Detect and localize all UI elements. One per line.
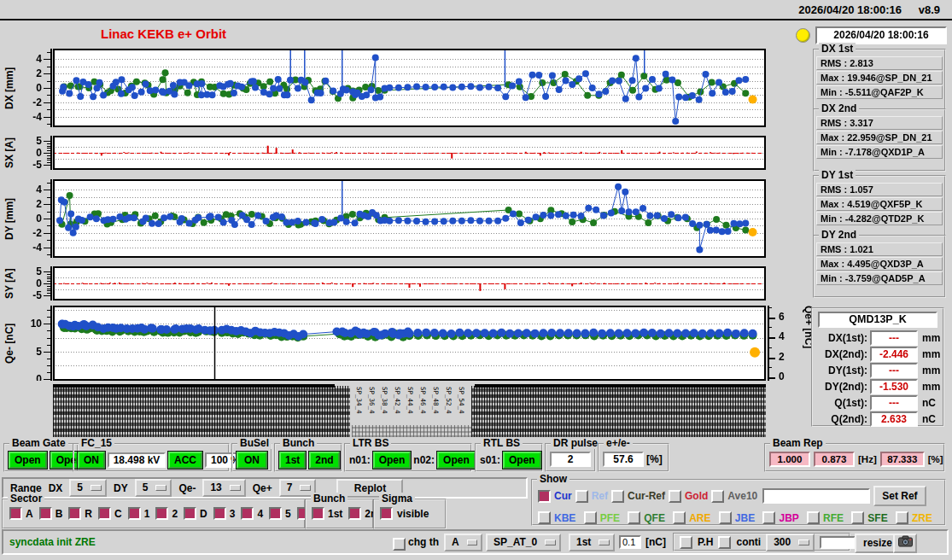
count-dropdown[interactable]: 300: [766, 534, 815, 551]
show-qfe-checkbox[interactable]: [628, 511, 640, 524]
show-sfe-item: SFE: [851, 511, 887, 524]
show-sfe-checkbox[interactable]: [851, 511, 864, 524]
sector-checkbox-3[interactable]: [213, 507, 226, 520]
fc15-acc-button[interactable]: ACC: [168, 452, 202, 469]
group-title: Show: [537, 473, 569, 485]
qmd-label: DX(1st):: [816, 332, 867, 344]
sector-label: B: [55, 508, 63, 520]
show-rfe-label: RFE: [823, 512, 844, 524]
ltr-n02-open-button[interactable]: Open: [437, 452, 476, 469]
sector-select-dropdown[interactable]: A: [444, 534, 482, 551]
show-jbe-label: JBE: [735, 512, 755, 524]
beam-rep-pct-unit: [%]: [928, 454, 943, 464]
sector-checkbox-r[interactable]: [68, 507, 81, 520]
bunch-2nd-button[interactable]: 2nd: [309, 452, 339, 469]
dx-axis-label: DX [mm]: [2, 49, 17, 127]
status-bar: syncdata init ZRE chg th A SP_AT_0 1st […: [2, 529, 949, 555]
busel-on-button[interactable]: ON: [237, 452, 267, 469]
show-cur-checkbox[interactable]: [538, 490, 551, 503]
show-zre-checkbox[interactable]: [896, 511, 908, 524]
range-dx-label: DX: [49, 482, 63, 494]
group-title: FC_15: [79, 437, 114, 449]
show-rfe-checkbox[interactable]: [807, 511, 820, 524]
fc15-on-button[interactable]: ON: [78, 452, 105, 469]
sigma-group: Sigma visible: [373, 499, 447, 529]
conti-label: conti: [736, 536, 761, 548]
show-pfe-checkbox[interactable]: [584, 511, 597, 524]
bunch-2nd-checkbox[interactable]: [348, 507, 361, 520]
fc15-kv-readout: 18.498 kV: [108, 452, 166, 468]
group-title: RTL BS: [481, 437, 523, 449]
show-are-checkbox[interactable]: [673, 511, 686, 524]
qmd-value: ---: [870, 395, 918, 411]
show-kbe-checkbox[interactable]: [538, 511, 551, 524]
eplus-eminus-group: e+/e- 57.6 [%]: [598, 443, 669, 472]
show-are-label: ARE: [689, 512, 710, 524]
sector-checkbox-4[interactable]: [241, 507, 254, 520]
qmd-row: DX(2nd): -2.446 mm: [813, 346, 943, 362]
dy-orbit-plot: [17, 179, 768, 258]
bunch-select-group: Bunch 1st 2nd: [305, 499, 374, 529]
rms-stat: RMS : 1.057: [816, 183, 943, 196]
screenshot-button[interactable]: [893, 534, 917, 553]
beam-gate-open-button-1[interactable]: Open: [9, 452, 47, 469]
sector-checkbox-2[interactable]: [155, 507, 168, 520]
sector-item: A: [9, 507, 33, 520]
range-qep-label: Qe+: [253, 482, 272, 494]
rtl-s01-open-button[interactable]: Open: [503, 452, 541, 469]
sector-checkbox-b[interactable]: [39, 507, 52, 520]
group-title: DX 2nd: [819, 102, 859, 114]
bunch-1st-checkbox[interactable]: [312, 507, 324, 520]
rms-stat: RMS : 2.813: [816, 56, 943, 70]
timestamp-box: 2026/04/20 18:00:16: [815, 26, 947, 44]
bpm-select-dropdown[interactable]: SP_AT_0: [486, 534, 561, 551]
heartbeat-indicator[interactable]: [796, 28, 810, 43]
sector-checkbox-a[interactable]: [9, 507, 22, 520]
ph-checkbox[interactable]: [680, 536, 692, 549]
show-jbp-checkbox[interactable]: [762, 511, 775, 524]
threshold-input[interactable]: [619, 535, 641, 549]
conti-checkbox[interactable]: [718, 536, 731, 549]
dx-2nd-stats-group: DX 2nd RMS : 3.317 Max : 22.959@SP_DN_21…: [813, 108, 946, 172]
group-title: Beam Gate: [9, 437, 68, 449]
ltr-n01-label: n01:: [349, 454, 371, 466]
show-cur-ref-checkbox[interactable]: [611, 490, 624, 503]
sector-item: 3: [213, 507, 236, 520]
show-jbp-item: JBP: [762, 511, 798, 524]
sector-checkbox-c[interactable]: [98, 507, 111, 520]
show-ref-checkbox[interactable]: [575, 490, 588, 503]
sigma-visible-checkbox[interactable]: [380, 507, 393, 520]
bunch-select-dropdown[interactable]: 1st: [569, 534, 615, 551]
set-ref-button[interactable]: Set Ref: [873, 486, 926, 506]
range-dy-dropdown[interactable]: 5: [135, 479, 172, 497]
sector-checkbox-1[interactable]: [128, 507, 141, 520]
ref-name-input[interactable]: [762, 488, 870, 504]
sx-steering-plot: [17, 136, 768, 170]
chg-th-checkbox[interactable]: [393, 538, 406, 551]
range-dx-dropdown[interactable]: 5: [69, 479, 107, 497]
chg-th-label: chg th: [408, 536, 439, 548]
show-jbe-checkbox[interactable]: [719, 511, 732, 524]
sy-steering-plot: [17, 266, 768, 300]
show-ave10-checkbox[interactable]: [711, 490, 724, 503]
sector-checkbox-d[interactable]: [184, 507, 196, 520]
sy-axis-label: SY [A]: [2, 266, 17, 300]
ltr-n01-open-button[interactable]: Open: [373, 452, 412, 469]
group-title: LTR BS: [350, 437, 391, 449]
range-qem-dropdown[interactable]: 13: [202, 479, 245, 497]
bunch-1st-button[interactable]: 1st: [279, 452, 306, 469]
sector-checkbox-5[interactable]: [269, 507, 282, 520]
sector-label: R: [85, 508, 92, 520]
bpm-label: SP_38_4: [381, 387, 388, 414]
bpm-name-display[interactable]: QMD13P_K: [818, 312, 937, 328]
range-qem-value: 13: [210, 481, 221, 495]
sector-label: 4: [257, 508, 263, 520]
show-gold-checkbox[interactable]: [669, 490, 681, 503]
bpm-label: SP_44_4: [406, 387, 414, 414]
show-kbe-label: KBE: [554, 512, 575, 524]
count-input[interactable]: [820, 536, 856, 549]
sector-label: D: [200, 508, 207, 520]
min-stat: Min : -7.178@QXD1P_A: [816, 145, 943, 159]
dx-orbit-plot: [17, 49, 768, 127]
qmd-unit: mm: [922, 332, 940, 344]
